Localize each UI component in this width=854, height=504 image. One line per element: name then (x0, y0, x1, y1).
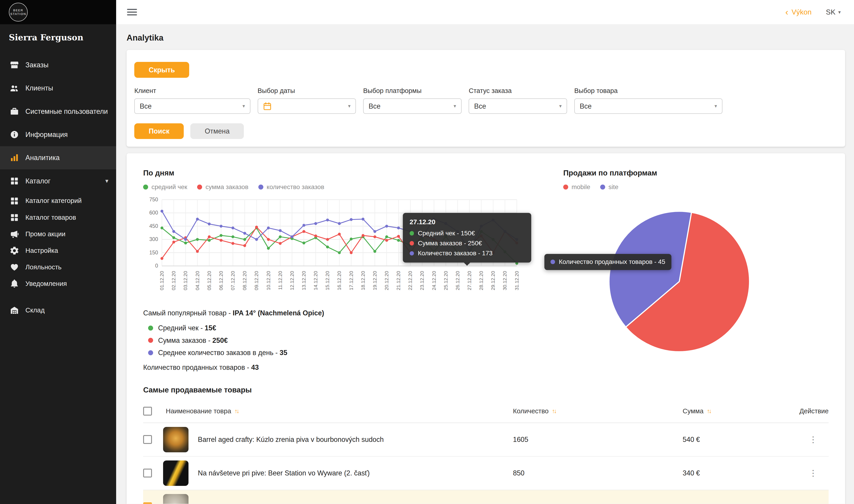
column-quantity: Количество ↑↓ (513, 408, 682, 415)
sidebar-item-5[interactable]: Каталог ▾ (0, 169, 116, 193)
search-button[interactable]: Поиск (134, 123, 184, 139)
sort-arrows-icon[interactable]: ↑↓ (552, 408, 556, 415)
filter-label: Выбор товара (574, 87, 723, 94)
svg-text:06.12.20: 06.12.20 (218, 271, 224, 290)
product-thumbnail (163, 427, 189, 452)
sidebar-item-label: Аналитика (25, 154, 60, 162)
row-checkbox[interactable] (143, 469, 152, 478)
hamburger-menu-icon[interactable] (127, 9, 137, 15)
sidebar-item-4[interactable]: Аналитика (0, 146, 116, 169)
hide-filters-button[interactable]: Скрыть (134, 62, 189, 77)
sidebar-item-12[interactable]: Склад (0, 302, 116, 319)
legend-item[interactable]: средний чек (143, 183, 187, 191)
sidebar-item-10[interactable]: Лояльность (0, 259, 116, 275)
legend-label: количество заказов (267, 183, 324, 191)
svg-text:450: 450 (149, 223, 158, 229)
sort-arrows-icon[interactable]: ↑↓ (707, 408, 711, 415)
sidebar-item-label: Информация (25, 131, 68, 139)
product-thumbnail (163, 461, 189, 486)
svg-text:02.12.20: 02.12.20 (171, 271, 176, 290)
cancel-button[interactable]: Отмена (190, 123, 244, 139)
sidebar-item-9[interactable]: Настройка (0, 242, 116, 259)
filter-select[interactable]: ▾ (258, 98, 356, 114)
kebab-menu-icon[interactable]: ⋮ (806, 468, 821, 478)
app-root: BEER STATION Sierra Ferguson Заказы Клие… (0, 0, 854, 504)
line-chart-title: По дням (143, 169, 541, 177)
sidebar-item-8[interactable]: Промо акции (0, 226, 116, 242)
product-thumbnail (163, 494, 189, 504)
summary-stats: Самый популярный товар - IPA 14° (Nachme… (143, 309, 541, 371)
select-all-checkbox[interactable] (143, 407, 152, 416)
svg-text:08.12.20: 08.12.20 (242, 271, 247, 290)
charts-row: По дням средний чек сумма заказов количе… (143, 169, 829, 371)
analytics-card: По дням средний чек сумма заказов количе… (127, 153, 845, 504)
legend-item[interactable]: site (600, 183, 618, 191)
filter-field: Выбор даты ▾ (258, 87, 356, 114)
page-title: Analytika (127, 33, 845, 43)
svg-text:13.12.20: 13.12.20 (301, 271, 307, 290)
svg-text:04.12.20: 04.12.20 (195, 271, 200, 290)
filter-label: Выбор платформы (363, 87, 462, 94)
sidebar-item-1[interactable]: Клиенты (0, 77, 116, 100)
filter-select[interactable]: Все ▾ (574, 98, 723, 114)
filter-select[interactable]: Все ▾ (469, 98, 567, 114)
product-name: Na návšeteve pri pive: Beer Station vo W… (198, 469, 370, 477)
heart-icon (10, 263, 19, 272)
filter-value: Все (474, 102, 486, 110)
logo-strip: BEER STATION (0, 0, 116, 24)
language-selector[interactable]: SK ▾ (826, 8, 841, 16)
filter-field: Клиент Все ▾ (134, 87, 250, 114)
sort-arrows-icon[interactable]: ↑↓ (234, 408, 238, 415)
kebab-menu-icon[interactable]: ⋮ (806, 435, 821, 444)
sidebar-item-3[interactable]: Информация (0, 123, 116, 146)
filter-select[interactable]: Все ▾ (134, 98, 250, 114)
column-name: Наименование товра ↑↓ (163, 408, 513, 415)
svg-text:07.12.20: 07.12.20 (230, 271, 236, 290)
legend-item[interactable]: mobile (563, 183, 590, 191)
main-content: Analytika Скрыть Клиент Все ▾ Выбор даты… (116, 24, 854, 504)
sidebar-item-0[interactable]: Заказы (0, 53, 116, 76)
legend-dot (197, 184, 202, 190)
sidebar-item-11[interactable]: Уведомления (0, 275, 116, 292)
gear-icon (10, 246, 19, 255)
svg-text:30.12.20: 30.12.20 (502, 271, 508, 290)
sidebar-item-7[interactable]: Каталог товаров (0, 209, 116, 226)
table-header: Наименование товра ↑↓ Количество ↑↓ Сумм… (143, 400, 829, 423)
filter-value: Все (140, 102, 152, 110)
row-checkbox[interactable] (143, 435, 152, 444)
legend-item[interactable]: количество заказов (259, 183, 324, 191)
stat-dot (148, 338, 153, 343)
row-checkbox[interactable]: ✓ (143, 502, 152, 504)
legend-dot (563, 184, 568, 190)
line-chart-section: По дням средний чек сумма заказов количе… (143, 169, 541, 371)
stat-row: Среднее количество заказов в день - 35 (148, 349, 541, 357)
svg-text:18.12.20: 18.12.20 (360, 271, 366, 290)
legend-item[interactable]: сумма заказов (197, 183, 248, 191)
kebab-menu-icon[interactable]: ⋮ (806, 502, 821, 504)
tooltip-row: Средний чек - 150€ (410, 230, 524, 237)
sidebar-item-2[interactable]: Системные пользователи (0, 100, 116, 123)
top-product-name: IPA 14° (Nachmelená Opice) (233, 309, 324, 317)
filter-label: Клиент (134, 87, 250, 94)
sidebar-item-label: Лояльность (25, 264, 61, 271)
sidebar-item-6[interactable]: Каталог категорий (0, 193, 116, 209)
svg-text:29.12.20: 29.12.20 (490, 271, 496, 290)
calendar-icon (263, 102, 272, 111)
pie-chart[interactable] (606, 209, 752, 354)
line-chart[interactable]: 750600450300150001.12.2002.12.2003.12.20… (143, 196, 530, 296)
action-cell: ⋮ (798, 502, 829, 504)
pie-chart-section: Продажи по платформам mobile site (563, 169, 829, 371)
action-cell: ⋮ (798, 435, 829, 444)
line-chart-legend: средний чек сумма заказов количество зак… (143, 183, 541, 191)
tooltip-row: Количество заказов - 173 (410, 250, 524, 257)
filter-select[interactable]: Все ▾ (363, 98, 462, 114)
svg-text:15.12.20: 15.12.20 (325, 271, 330, 290)
vykon-back-link[interactable]: ‹ Výkon (785, 8, 812, 17)
legend-dot (259, 184, 263, 190)
filter-label: Статус заказа (469, 87, 567, 94)
warehouse-icon (10, 306, 19, 315)
filter-panel: Скрыть Клиент Все ▾ Выбор даты ▾ Выбор п… (127, 50, 845, 147)
svg-text:25.12.20: 25.12.20 (443, 271, 449, 290)
storefront-icon (10, 60, 19, 69)
svg-text:21.12.20: 21.12.20 (396, 271, 401, 290)
